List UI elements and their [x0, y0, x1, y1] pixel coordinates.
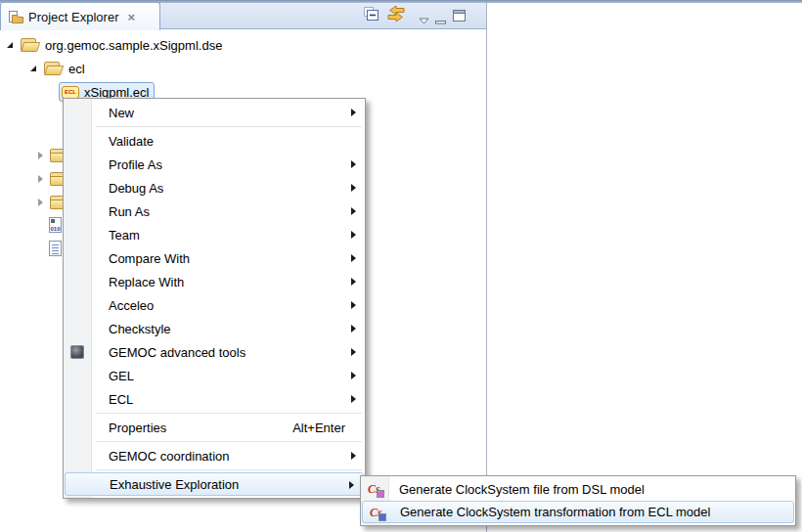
menu-item-label: Checkstyle	[109, 322, 171, 336]
menu-separator	[96, 469, 362, 470]
menu-item-label: Acceleo	[109, 298, 154, 313]
menu-item-label: Replace With	[109, 275, 184, 289]
collapse-arrow-icon[interactable]	[38, 175, 43, 183]
menu-item-team[interactable]: Team	[64, 223, 365, 246]
menu-item-run-as[interactable]: Run As	[64, 200, 365, 223]
menu-item-validate[interactable]: Validate	[64, 129, 365, 153]
tree-item-label: ecl	[68, 62, 85, 76]
tab-close-icon[interactable]: ×	[127, 11, 135, 23]
gemoc-icon	[70, 345, 84, 359]
context-menu: NewValidateProfile AsDebug AsRun AsTeamC…	[63, 98, 366, 499]
collapse-arrow-icon[interactable]	[38, 152, 43, 159]
menu-item-gemoc-coordination[interactable]: GEMOC coordination	[64, 444, 365, 467]
menu-item-label: GEMOC advanced tools	[109, 345, 245, 360]
menu-separator	[96, 413, 362, 414]
menu-item-gel[interactable]: GEL	[64, 364, 365, 387]
menu-item-label: Validate	[109, 134, 154, 149]
submenu-arrow-icon	[351, 395, 356, 403]
tree-item-label: org.gemoc.sample.xSigpml.dse	[45, 38, 222, 53]
tree-item-collapsed-project[interactable]	[0, 169, 67, 189]
menu-item-compare-with[interactable]: Compare With	[64, 246, 365, 270]
menu-separator	[96, 126, 362, 127]
submenu-arrow-icon	[351, 372, 356, 379]
exploration-submenu: CsGenerate ClockSystem file from DSL mod…	[360, 475, 796, 526]
tab-project-explorer[interactable]: Project Explorer ×	[0, 2, 160, 30]
submenu-item-generate-clocksystem-file-from-dsl-model[interactable]: CsGenerate ClockSystem file from DSL mod…	[361, 478, 795, 501]
menu-item-replace-with[interactable]: Replace With	[64, 270, 365, 293]
menu-item-label: Profile As	[109, 157, 162, 172]
tree-item-project[interactable]: org.gemoc.sample.xSigpml.dse	[0, 35, 222, 55]
submenu-arrow-icon	[351, 452, 356, 460]
menu-item-label: GEL	[109, 369, 134, 383]
tree-item-collapsed-project[interactable]	[0, 146, 67, 165]
menu-item-label: Team	[109, 228, 140, 243]
menu-item-label: Compare With	[109, 251, 190, 266]
submenu-arrow-icon	[349, 481, 354, 489]
submenu-arrow-icon	[351, 160, 356, 168]
cs-dsl-icon: Cs	[368, 481, 384, 498]
maximize-icon[interactable]	[453, 8, 466, 25]
tree-item-binary-file[interactable]: 010	[0, 215, 62, 235]
menu-item-profile-as[interactable]: Profile As	[64, 153, 365, 176]
menu-item-label: Properties	[109, 421, 166, 435]
menu-item-properties[interactable]: PropertiesAlt+Enter	[64, 416, 365, 439]
menu-item-shortcut: Alt+Enter	[292, 421, 345, 435]
menu-item-label: GEMOC coordination	[109, 449, 230, 464]
tree-item-ecl-folder[interactable]: ecl	[0, 59, 85, 78]
submenu-arrow-icon	[351, 109, 356, 116]
menu-item-checkstyle[interactable]: Checkstyle	[64, 317, 365, 340]
menu-item-label: Run As	[109, 204, 150, 219]
expand-arrow-icon[interactable]	[30, 66, 36, 71]
menu-item-acceleo[interactable]: Acceleo	[64, 293, 365, 317]
submenu-arrow-icon	[351, 301, 356, 309]
folder-icon	[43, 62, 62, 75]
submenu-item-generate-clocksystem-transformation-from-ecl-model[interactable]: CsGenerate ClockSystem transformation fr…	[362, 501, 794, 523]
menu-item-gemoc-advanced-tools[interactable]: GEMOC advanced tools	[64, 340, 365, 364]
submenu-arrow-icon	[351, 278, 356, 286]
menu-item-new[interactable]: New	[64, 101, 365, 124]
project-folder-icon	[20, 38, 38, 52]
menu-item-label: Debug As	[109, 181, 163, 196]
tree-item-text-file[interactable]	[0, 239, 62, 258]
minimize-icon[interactable]	[435, 12, 446, 29]
submenu-arrow-icon	[351, 254, 356, 262]
ecl-file-icon: ECL	[62, 86, 79, 99]
menu-item-debug-as[interactable]: Debug As	[64, 176, 365, 200]
tab-title: Project Explorer	[28, 10, 118, 24]
submenu-item-label: Generate ClockSystem file from DSL model	[399, 482, 645, 497]
view-menu-icon[interactable]	[419, 11, 429, 28]
menu-item-ecl[interactable]: ECL	[64, 387, 365, 411]
menu-item-exhaustive-exploration[interactable]: Exhaustive Exploration	[65, 472, 364, 496]
editor-area	[487, 3, 802, 532]
cs-ecl-icon: Cs	[370, 505, 386, 521]
submenu-arrow-icon	[351, 207, 356, 215]
submenu-arrow-icon	[351, 348, 356, 356]
text-file-icon	[49, 241, 62, 256]
expand-arrow-icon[interactable]	[7, 42, 13, 48]
submenu-arrow-icon	[351, 325, 356, 332]
tree-item-collapsed-project[interactable]	[0, 193, 67, 212]
menu-separator	[96, 441, 362, 442]
collapse-arrow-icon[interactable]	[38, 199, 43, 206]
binary-file-icon: 010	[49, 217, 62, 233]
collapse-all-icon[interactable]	[363, 6, 379, 25]
menu-item-label: ECL	[109, 392, 133, 407]
submenu-arrow-icon	[351, 184, 356, 192]
project-explorer-icon	[7, 10, 23, 24]
menu-item-label: Exhaustive Exploration	[110, 477, 239, 492]
link-with-editor-icon[interactable]	[386, 5, 406, 26]
submenu-item-label: Generate ClockSystem transformation from…	[400, 505, 710, 519]
menu-item-label: New	[109, 106, 134, 120]
submenu-arrow-icon	[351, 231, 356, 239]
